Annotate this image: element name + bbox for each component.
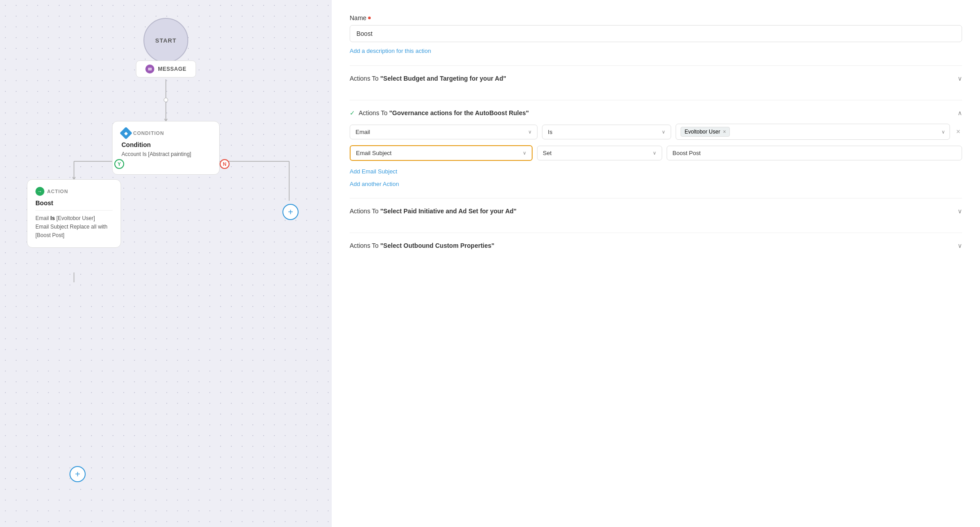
action-row-2: Email Subject ∨ Set ∨ Boost Post [350, 145, 962, 161]
start-label: START [155, 37, 176, 44]
accordion-3: Actions To "Select Paid Initiative and A… [350, 198, 962, 222]
connector-circle [164, 98, 168, 102]
dropdown-arrow-3: ∨ [523, 150, 526, 156]
flow-connectors [0, 0, 332, 527]
action-title: Boost [35, 199, 113, 211]
add-another-action-link[interactable]: Add another Action [350, 181, 962, 187]
message-label: MESSAGE [158, 66, 186, 72]
field-dropdown-1[interactable]: Email ∨ [350, 125, 538, 139]
name-input[interactable] [350, 25, 962, 42]
accordion-1-header[interactable]: Actions To "Select Budget and Targeting … [350, 75, 962, 89]
add-right-branch-button[interactable]: + [282, 204, 299, 220]
operator-dropdown-2[interactable]: Set ∨ [537, 146, 662, 160]
action-row-1: Email ∨ Is ∨ Evoltobor User × ∨ × [350, 124, 962, 140]
name-field-label: Name [350, 14, 962, 22]
action-detail-email-bold: Is [50, 215, 55, 221]
accordion-4-title: Actions To "Select Outbound Custom Prope… [350, 242, 494, 249]
accordion-4-header[interactable]: Actions To "Select Outbound Custom Prope… [350, 242, 962, 256]
accordion-2-header[interactable]: ✓Actions To "Governance actions for the … [350, 109, 962, 124]
value-field-1[interactable]: Evoltobor User × ∨ [676, 124, 950, 140]
action-label: ACTION [47, 189, 68, 194]
row-1-close[interactable]: × [954, 126, 962, 138]
condition-header: ◆ CONDITION [121, 129, 210, 138]
condition-text: Account Is [Abstract painting] [121, 151, 210, 157]
condition-label: CONDITION [133, 130, 164, 136]
accordion-4-chevron: ∨ [958, 242, 962, 249]
action-header: → ACTION [35, 187, 113, 196]
accordion-3-title: Actions To "Select Paid Initiative and A… [350, 207, 516, 215]
required-indicator [368, 17, 371, 19]
action-detail-subject-prefix: Email Subject [35, 224, 68, 230]
accordion-2-title: ✓Actions To "Governance actions for the … [350, 109, 529, 117]
action-detail: Email Is [Evoltobor User] Email Subject … [35, 214, 113, 240]
accordion-1-chevron: ∨ [958, 75, 962, 82]
action-detail-email-suffix: [Evoltobor User] [56, 215, 95, 221]
yes-badge: Y [114, 159, 124, 169]
plus-right-icon: + [288, 207, 293, 217]
tag-close-1[interactable]: × [723, 129, 726, 135]
start-node: START [143, 18, 188, 63]
right-panel: Name Add a description for this action A… [332, 0, 980, 527]
condition-diamond-icon: ◆ [120, 127, 132, 139]
action-arrow-icon: → [35, 187, 44, 196]
tag-chip-1: Evoltobor User × [681, 127, 730, 137]
add-action-button[interactable]: + [69, 466, 86, 482]
dropdown-arrow-1: ∨ [528, 129, 532, 135]
accordion-2: ✓Actions To "Governance actions for the … [350, 100, 962, 187]
condition-node[interactable]: ◆ CONDITION Condition Account Is [Abstra… [112, 121, 220, 175]
accordion-2-checkmark: ✓ [350, 109, 355, 117]
field-dropdown-2[interactable]: Email Subject ∨ [350, 145, 533, 161]
add-description-link[interactable]: Add a description for this action [350, 48, 431, 54]
no-badge: N [220, 159, 230, 169]
accordion-1-title: Actions To "Select Budget and Targeting … [350, 75, 506, 82]
accordion-1: Actions To "Select Budget and Targeting … [350, 65, 962, 89]
value-dropdown-arrow: ∨ [941, 129, 945, 135]
condition-title: Condition [121, 141, 210, 148]
accordion-3-header[interactable]: Actions To "Select Paid Initiative and A… [350, 207, 962, 222]
accordion-3-chevron: ∨ [958, 207, 962, 215]
dropdown-arrow-4: ∨ [653, 150, 656, 156]
operator-dropdown-1[interactable]: Is ∨ [542, 125, 671, 139]
dropdown-arrow-2: ∨ [662, 129, 665, 135]
plus-icon: + [75, 469, 80, 479]
message-icon: ✉ [145, 65, 154, 73]
action-node[interactable]: → ACTION Boost Email Is [Evoltobor User]… [27, 179, 121, 248]
action-detail-email-prefix: Email [35, 215, 49, 221]
message-node[interactable]: ✉ MESSAGE [136, 60, 196, 78]
value-field-2: Boost Post [667, 146, 962, 160]
flow-panel: START ✉ MESSAGE ◆ CONDITION Condition Ac… [0, 0, 332, 527]
accordion-2-chevron: ∧ [958, 109, 962, 117]
add-email-subject-link[interactable]: Add Email Subject [350, 168, 397, 175]
accordion-4: Actions To "Select Outbound Custom Prope… [350, 233, 962, 256]
